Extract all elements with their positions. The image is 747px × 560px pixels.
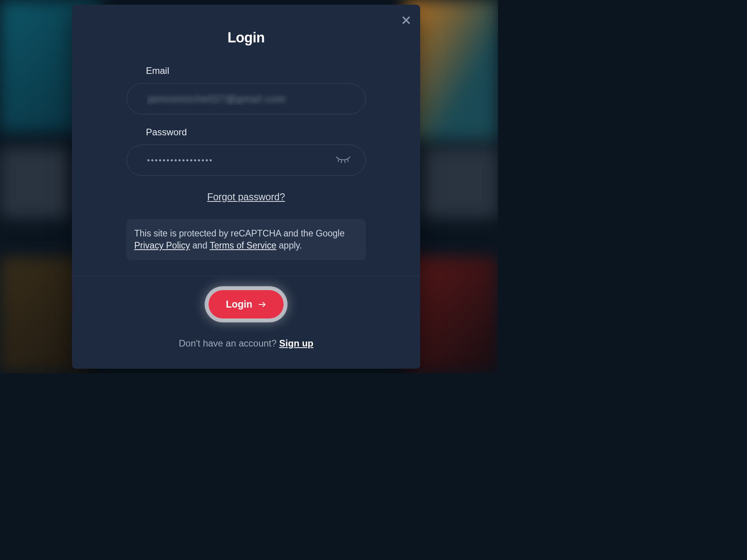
close-icon (401, 15, 411, 25)
recaptcha-text-suffix: apply. (276, 240, 302, 250)
modal-footer: Login Don't have an account? Sign up (72, 276, 420, 360)
login-modal: Login Email Password (72, 5, 420, 369)
forgot-password-link[interactable]: Forgot password? (126, 191, 366, 203)
password-label: Password (126, 127, 366, 138)
backdrop-tile (420, 148, 498, 218)
email-input-wrap (126, 83, 366, 114)
svg-line-2 (338, 160, 339, 162)
svg-line-5 (347, 160, 348, 162)
email-field-group: Email (126, 65, 366, 114)
eye-hidden-icon (335, 153, 351, 166)
signup-link[interactable]: Sign up (279, 338, 314, 348)
recaptcha-text-prefix: This site is protected by reCAPTCHA and … (134, 228, 345, 238)
password-input-wrap (126, 145, 366, 176)
svg-line-4 (345, 161, 345, 163)
privacy-policy-link[interactable]: Privacy Policy (134, 240, 190, 250)
login-button[interactable]: Login (209, 290, 283, 318)
login-form: Email Password Forgot (72, 46, 420, 260)
terms-of-service-link[interactable]: Terms of Service (210, 240, 276, 250)
password-input[interactable] (126, 145, 366, 176)
signup-prompt: Don't have an account? Sign up (179, 338, 313, 349)
backdrop-tile (0, 148, 70, 218)
login-button-label: Login (226, 299, 252, 310)
close-button[interactable] (399, 13, 413, 27)
signup-prompt-text: Don't have an account? (179, 338, 279, 348)
email-label: Email (126, 65, 366, 76)
password-field-group: Password (126, 127, 366, 176)
arrow-right-icon (258, 300, 267, 309)
modal-title: Login (72, 30, 420, 46)
email-input[interactable] (126, 83, 366, 114)
recaptcha-notice: This site is protected by reCAPTCHA and … (126, 219, 366, 260)
recaptcha-text-mid: and (190, 240, 210, 250)
svg-line-3 (341, 161, 342, 163)
toggle-password-visibility-button[interactable] (333, 151, 353, 170)
